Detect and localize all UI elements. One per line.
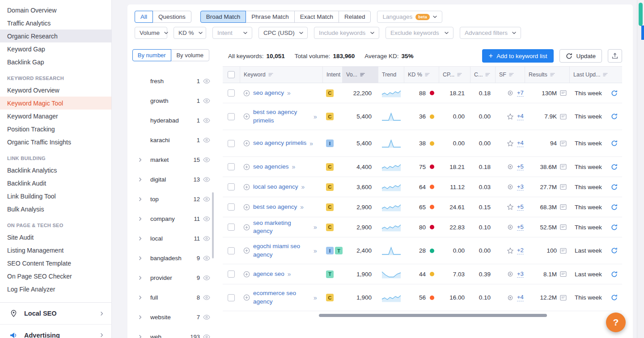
expand-keyword-icon[interactable]: »: [300, 203, 304, 211]
serp-features-link[interactable]: +5: [517, 203, 524, 211]
keyword-link[interactable]: ecommerce seo agency: [253, 289, 310, 305]
refresh-icon[interactable]: [611, 90, 618, 97]
serp-features-link[interactable]: +4: [517, 294, 524, 301]
serp-preview-icon[interactable]: [560, 184, 567, 190]
refresh-icon[interactable]: [611, 184, 618, 190]
keyword-link[interactable]: seo agencies: [253, 163, 289, 171]
sidebar-item-seo-content-template[interactable]: SEO Content Template: [0, 257, 111, 270]
eye-icon[interactable]: [203, 256, 210, 261]
column-header-trend[interactable]: Trend: [378, 67, 404, 83]
serp-features-link[interactable]: +3: [517, 183, 524, 191]
row-checkbox[interactable]: [228, 224, 235, 231]
keyword-link[interactable]: seo agency: [253, 89, 284, 97]
serp-preview-icon[interactable]: [560, 295, 567, 301]
sidebar-footer-advertising[interactable]: Advertising: [0, 324, 111, 338]
tab-phrase-match[interactable]: Phrase Match: [246, 11, 294, 23]
keyword-link[interactable]: local seo agency: [253, 183, 298, 191]
serp-features-link[interactable]: +7: [517, 89, 524, 97]
update-button[interactable]: Update: [559, 49, 602, 63]
column-header-c[interactable]: C...: [470, 67, 495, 83]
group-item-hyderabad[interactable]: hyderabad1: [132, 110, 215, 130]
filter-dropdown-advanced-filters[interactable]: Advanced filters: [460, 27, 521, 39]
sidebar-item-keyword-gap[interactable]: Keyword Gap: [0, 42, 111, 55]
refresh-icon[interactable]: [611, 224, 618, 231]
add-keyword-icon[interactable]: [243, 184, 250, 190]
serp-preview-icon[interactable]: [560, 140, 567, 147]
expand-keyword-icon[interactable]: »: [287, 89, 291, 97]
sidebar-item-backlink-audit[interactable]: Backlink Audit: [0, 177, 111, 190]
refresh-icon[interactable]: [611, 164, 618, 170]
group-item-full[interactable]: full8: [132, 287, 215, 307]
expand-keyword-icon[interactable]: »: [314, 247, 317, 254]
eye-icon[interactable]: [203, 315, 210, 320]
column-header-last-upd[interactable]: Last Upd...: [569, 67, 622, 83]
serp-preview-icon[interactable]: [560, 271, 567, 277]
row-checkbox[interactable]: [228, 140, 235, 147]
serp-preview-icon[interactable]: [560, 90, 567, 96]
group-item-web[interactable]: web193: [132, 327, 215, 338]
group-item-local[interactable]: local11: [132, 228, 215, 248]
serp-preview-icon[interactable]: [560, 204, 567, 210]
add-keyword-icon[interactable]: [243, 204, 250, 211]
keyword-link[interactable]: best seo agency primelis: [253, 108, 310, 124]
serp-features-link[interactable]: +3: [517, 270, 524, 278]
serp-preview-icon[interactable]: [560, 164, 567, 170]
add-keyword-icon[interactable]: [243, 140, 250, 147]
column-header-results[interactable]: Results: [525, 67, 569, 83]
sidebar-item-traffic-analytics[interactable]: Traffic Analytics: [0, 17, 111, 30]
expand-keyword-icon[interactable]: »: [301, 183, 305, 190]
groups-scrollbar[interactable]: [212, 192, 214, 258]
sidebar-item-backlink-analytics[interactable]: Backlink Analytics: [0, 164, 111, 177]
eye-icon[interactable]: [203, 295, 210, 300]
group-item-bangladesh[interactable]: bangladesh9: [132, 248, 215, 268]
keyword-link[interactable]: egochi miami seo agency: [253, 242, 310, 258]
add-keyword-icon[interactable]: [243, 90, 250, 97]
add-keyword-icon[interactable]: [243, 164, 250, 170]
tab-all[interactable]: All: [135, 11, 153, 23]
serp-features-link[interactable]: +5: [517, 163, 524, 171]
group-item-top[interactable]: top12: [132, 189, 215, 209]
group-item-provider[interactable]: provider9: [132, 268, 215, 287]
row-checkbox[interactable]: [228, 294, 235, 301]
group-item-growth[interactable]: growth1: [132, 91, 215, 110]
expand-keyword-icon[interactable]: »: [309, 140, 313, 147]
eye-icon[interactable]: [203, 157, 210, 162]
filter-dropdown-include-keywords[interactable]: Include keywords: [314, 27, 379, 39]
sidebar-item-on-page-seo-checker[interactable]: On Page SEO Checker: [0, 270, 111, 283]
sidebar-item-keyword-overview[interactable]: Keyword Overview: [0, 84, 111, 97]
refresh-icon[interactable]: [611, 294, 618, 301]
tab-related[interactable]: Related: [339, 11, 371, 23]
keyword-link[interactable]: best seo agency: [253, 203, 297, 211]
column-header-cp[interactable]: CP...: [439, 67, 470, 83]
row-checkbox[interactable]: [228, 247, 235, 254]
eye-icon[interactable]: [203, 275, 210, 280]
sidebar-footer-local-seo[interactable]: Local SEO: [0, 303, 111, 324]
add-keyword-icon[interactable]: [243, 224, 250, 231]
refresh-icon[interactable]: [611, 204, 618, 211]
group-item-market[interactable]: market15: [132, 150, 215, 169]
eye-icon[interactable]: [203, 98, 210, 103]
expand-keyword-icon[interactable]: »: [314, 224, 317, 231]
row-checkbox[interactable]: [228, 113, 235, 120]
sidebar-item-organic-traffic-insights[interactable]: Organic Traffic Insights: [0, 135, 111, 148]
page-scrollbar-thumb[interactable]: [639, 3, 643, 26]
serp-preview-icon[interactable]: [560, 248, 567, 254]
expand-keyword-icon[interactable]: »: [314, 294, 317, 301]
filter-dropdown-kd[interactable]: KD %: [174, 27, 206, 39]
page-scrollbar-track[interactable]: [637, 0, 644, 338]
sidebar-item-bulk-analysis[interactable]: Bulk Analysis: [0, 203, 111, 215]
add-keyword-icon[interactable]: [243, 113, 250, 120]
sidebar-item-listing-management[interactable]: Listing Management: [0, 244, 111, 257]
group-item-fresh[interactable]: fresh1: [132, 71, 215, 91]
filter-dropdown-exclude-keywords[interactable]: Exclude keywords: [386, 27, 453, 39]
eye-icon[interactable]: [203, 118, 210, 123]
eye-icon[interactable]: [203, 334, 210, 338]
languages-dropdown[interactable]: Languages beta: [377, 11, 442, 23]
row-checkbox[interactable]: [228, 183, 235, 190]
eye-icon[interactable]: [203, 216, 210, 221]
keyword-link[interactable]: agence seo: [253, 270, 284, 278]
tab-broad-match[interactable]: Broad Match: [200, 11, 246, 23]
row-checkbox[interactable]: [228, 270, 235, 278]
column-header-kd[interactable]: KD %: [404, 67, 439, 83]
row-checkbox[interactable]: [228, 89, 235, 97]
